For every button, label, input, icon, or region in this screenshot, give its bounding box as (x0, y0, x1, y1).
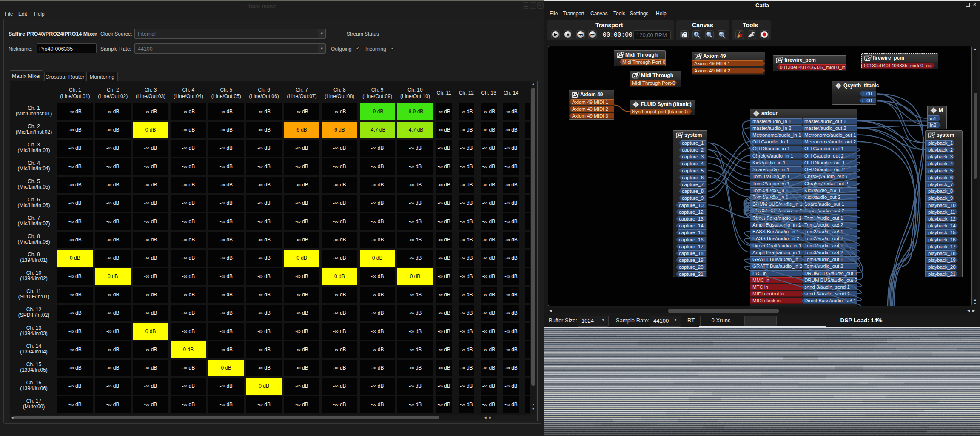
svg-text:1:1: 1:1 (719, 33, 723, 36)
